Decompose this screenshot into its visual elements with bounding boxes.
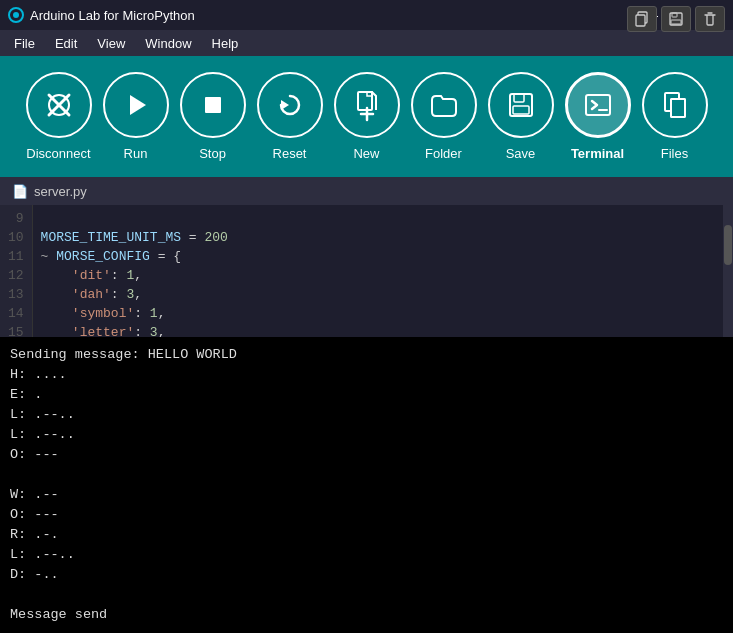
terminal-line: L: .--.. xyxy=(10,405,723,425)
svg-rect-13 xyxy=(513,106,529,114)
svg-point-1 xyxy=(13,12,19,18)
new-icon xyxy=(334,72,400,138)
app-logo-icon xyxy=(8,7,24,23)
code-line: ~ MORSE_CONFIG = { xyxy=(41,247,715,266)
file-tab-name: server.py xyxy=(34,184,87,199)
editor-container: 📄 server.py 9 10 11 12 13 14 15 16 17 xyxy=(0,177,733,337)
line-numbers: 9 10 11 12 13 14 15 16 17 xyxy=(0,205,33,337)
terminal-line: Sending message: HELLO WORLD xyxy=(10,345,723,365)
svg-rect-23 xyxy=(671,20,681,24)
terminal-line: W: .-- xyxy=(10,485,723,505)
stop-button[interactable]: Stop xyxy=(178,72,248,161)
terminal-line: Message send xyxy=(10,605,723,625)
folder-button[interactable]: Folder xyxy=(409,72,479,161)
terminal-section: Sending message: HELLO WORLD H: .... E: … xyxy=(0,337,733,633)
terminal-save-button[interactable] xyxy=(661,6,691,32)
editor-body: 9 10 11 12 13 14 15 16 17 MORSE_TIME_UNI… xyxy=(0,205,733,337)
stop-icon xyxy=(180,72,246,138)
scrollbar-thumb[interactable] xyxy=(724,225,732,265)
terminal-line xyxy=(10,585,723,605)
terminal-icon xyxy=(565,72,631,138)
disconnect-label: Disconnect xyxy=(26,146,90,161)
file-tab-icon: 📄 xyxy=(12,184,28,199)
menu-view[interactable]: View xyxy=(87,34,135,53)
code-line: MORSE_TIME_UNIT_MS = 200 xyxy=(41,228,715,247)
run-icon xyxy=(103,72,169,138)
run-button[interactable]: Run xyxy=(101,72,171,161)
terminal-button[interactable]: Terminal xyxy=(563,72,633,161)
svg-rect-8 xyxy=(358,92,372,110)
code-line xyxy=(41,209,715,228)
menu-file[interactable]: File xyxy=(4,34,45,53)
run-label: Run xyxy=(124,146,148,161)
svg-marker-5 xyxy=(130,95,146,115)
code-line: 'dit': 1, xyxy=(41,266,715,285)
reset-label: Reset xyxy=(273,146,307,161)
terminal-line: R: .-. xyxy=(10,525,723,545)
disconnect-icon xyxy=(26,72,92,138)
terminal-line: L: .--.. xyxy=(10,545,723,565)
menu-window[interactable]: Window xyxy=(135,34,201,53)
terminal-copy-button[interactable] xyxy=(627,6,657,32)
folder-label: Folder xyxy=(425,146,462,161)
code-line: 'symbol': 1, xyxy=(41,304,715,323)
terminal-line: E: . xyxy=(10,385,723,405)
files-label: Files xyxy=(661,146,688,161)
file-tab[interactable]: 📄 server.py xyxy=(0,177,733,205)
terminal-line: O: --- xyxy=(10,445,723,465)
folder-icon xyxy=(411,72,477,138)
toolbar: Disconnect Run Stop xyxy=(0,56,733,177)
terminal-line: L: .--.. xyxy=(10,425,723,445)
svg-rect-20 xyxy=(636,15,645,26)
svg-rect-6 xyxy=(205,97,221,113)
editor-and-terminal: 📄 server.py 9 10 11 12 13 14 15 16 17 xyxy=(0,177,733,633)
svg-rect-17 xyxy=(671,99,685,117)
stop-label: Stop xyxy=(199,146,226,161)
title-bar: Arduino Lab for MicroPython — ☐ ✕ xyxy=(0,0,733,30)
menu-bar: File Edit View Window Help xyxy=(0,30,733,56)
files-button[interactable]: Files xyxy=(640,72,710,161)
disconnect-button[interactable]: Disconnect xyxy=(24,72,94,161)
svg-marker-7 xyxy=(281,100,289,110)
new-label: New xyxy=(353,146,379,161)
terminal-line xyxy=(10,465,723,485)
vertical-scrollbar[interactable] xyxy=(723,205,733,337)
save-label: Save xyxy=(506,146,536,161)
menu-edit[interactable]: Edit xyxy=(45,34,87,53)
terminal-toolbar xyxy=(627,6,725,32)
menu-help[interactable]: Help xyxy=(202,34,249,53)
title-bar-left: Arduino Lab for MicroPython xyxy=(8,7,195,23)
terminal-line: D: -.. xyxy=(10,565,723,585)
code-line: 'dah': 3, xyxy=(41,285,715,304)
main-container: Disconnect Run Stop xyxy=(0,56,733,633)
save-icon xyxy=(488,72,554,138)
save-button[interactable]: Save xyxy=(486,72,556,161)
new-button[interactable]: New xyxy=(332,72,402,161)
terminal-label: Terminal xyxy=(571,146,624,161)
code-editor[interactable]: MORSE_TIME_UNIT_MS = 200 ~ MORSE_CONFIG … xyxy=(33,205,723,337)
terminal-delete-button[interactable] xyxy=(695,6,725,32)
terminal-output[interactable]: Sending message: HELLO WORLD H: .... E: … xyxy=(0,337,733,633)
svg-rect-12 xyxy=(514,94,524,102)
terminal-line: O: --- xyxy=(10,505,723,525)
code-line: 'letter': 3, xyxy=(41,323,715,337)
files-icon xyxy=(642,72,708,138)
reset-button[interactable]: Reset xyxy=(255,72,325,161)
reset-icon xyxy=(257,72,323,138)
title-bar-title: Arduino Lab for MicroPython xyxy=(30,8,195,23)
terminal-line: H: .... xyxy=(10,365,723,385)
